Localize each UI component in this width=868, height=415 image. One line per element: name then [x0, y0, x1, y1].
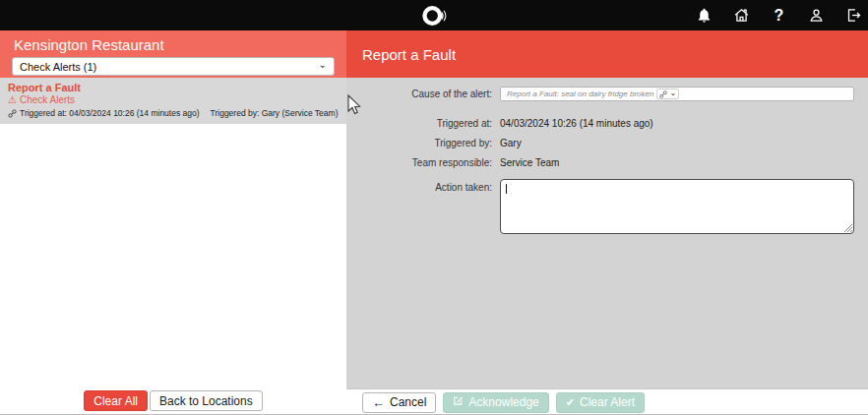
warning-icon: ⚠	[8, 95, 17, 105]
acknowledge-button[interactable]: Acknowledge	[443, 392, 548, 413]
team-responsible-value: Service Team	[500, 157, 559, 168]
triggered-by-value: Gary	[500, 138, 522, 148]
cancel-button[interactable]: ← Cancel	[362, 392, 436, 413]
left-panel-footer: Clear All Back to Locations	[0, 387, 346, 414]
triggered-by-row: Triggered by: Gary	[346, 138, 854, 148]
arrow-left-icon: ←	[372, 396, 385, 409]
triggered-by-label: Triggered by:	[346, 138, 500, 148]
link-icon	[8, 109, 17, 118]
clear-alert-button[interactable]: ✔ Clear Alert	[556, 392, 645, 413]
pencil-square-icon	[453, 395, 464, 409]
action-taken-row: Action taken:	[346, 179, 854, 234]
alerts-filter-value: Check Alerts (1)	[20, 61, 96, 73]
text-caret	[506, 184, 507, 194]
cause-value: Report a Fault: seal on dairy fridge bro…	[507, 89, 653, 98]
chevron-down-icon: ⌄	[669, 89, 676, 97]
cancel-label: Cancel	[390, 395, 426, 409]
user-icon[interactable]	[808, 7, 825, 24]
clear-alert-label: Clear Alert	[580, 395, 635, 409]
home-icon[interactable]	[733, 7, 750, 24]
alert-list-item[interactable]: Report a Fault ⚠ Check Alerts Triggered …	[0, 78, 346, 124]
left-panel-header: Kensington Restaurant Check Alerts (1) ⌄	[0, 30, 346, 78]
alert-meta-row: Triggered at: 04/03/2024 10:26 (14 minut…	[8, 108, 339, 118]
alert-subtitle: Check Alerts	[20, 94, 75, 105]
cause-label: Cause of the alert:	[346, 89, 500, 99]
alert-triggered-by: Triggered by: Gary (Service Team)	[211, 108, 339, 118]
action-taken-label: Action taken:	[346, 179, 500, 193]
back-to-locations-button[interactable]: Back to Locations	[150, 390, 263, 411]
topbar-icons: ?	[696, 0, 862, 30]
team-responsible-label: Team responsible:	[346, 157, 500, 168]
alerts-panel: Kensington Restaurant Check Alerts (1) ⌄…	[0, 30, 346, 415]
cause-row: Cause of the alert: Report a Fault: seal…	[346, 87, 854, 101]
acknowledge-label: Acknowledge	[468, 395, 538, 409]
topbar: ?	[0, 0, 868, 30]
clear-all-button[interactable]: Clear All	[84, 390, 148, 411]
cause-dropdown-control[interactable]: ⌄	[656, 89, 679, 99]
check-icon: ✔	[566, 397, 575, 408]
link-icon	[659, 90, 667, 98]
chevron-down-icon: ⌄	[319, 60, 327, 70]
fault-form: Cause of the alert: Report a Fault: seal…	[346, 78, 868, 234]
alert-triggered-at: Triggered at: 04/03/2024 10:26 (14 minut…	[20, 108, 200, 118]
page-title: Report a Fault	[362, 46, 456, 63]
location-title: Kensington Restaurant	[12, 36, 335, 53]
right-panel-header: Report a Fault	[346, 30, 868, 78]
right-panel-footer: ← Cancel Acknowledge ✔ Clear Alert	[346, 388, 868, 415]
team-responsible-row: Team responsible: Service Team	[346, 157, 854, 168]
checkit-logo-icon	[421, 3, 447, 29]
bell-icon[interactable]	[696, 7, 713, 24]
help-icon[interactable]: ?	[771, 7, 787, 24]
alert-subtitle-row: ⚠ Check Alerts	[8, 94, 339, 105]
main-area: Kensington Restaurant Check Alerts (1) ⌄…	[0, 30, 868, 415]
resize-grip[interactable]	[844, 224, 852, 232]
triggered-at-label: Triggered at:	[346, 118, 500, 129]
triggered-at-row: Triggered at: 04/03/2024 10:26 (14 minut…	[346, 118, 854, 129]
alert-title: Report a Fault	[8, 82, 339, 93]
logout-icon[interactable]	[845, 7, 862, 24]
cause-input[interactable]: Report a Fault: seal on dairy fridge bro…	[500, 87, 854, 101]
action-taken-textarea[interactable]	[500, 179, 854, 234]
triggered-at-value: 04/03/2024 10:26 (14 minutes ago)	[500, 118, 653, 129]
alerts-filter-select[interactable]: Check Alerts (1) ⌄	[12, 57, 335, 76]
help-glyph: ?	[775, 8, 784, 24]
fault-detail-panel: Report a Fault Cause of the alert: Repor…	[346, 30, 868, 415]
app-screen: ? Kensington Restaurant Check Alerts (1)…	[0, 0, 868, 415]
